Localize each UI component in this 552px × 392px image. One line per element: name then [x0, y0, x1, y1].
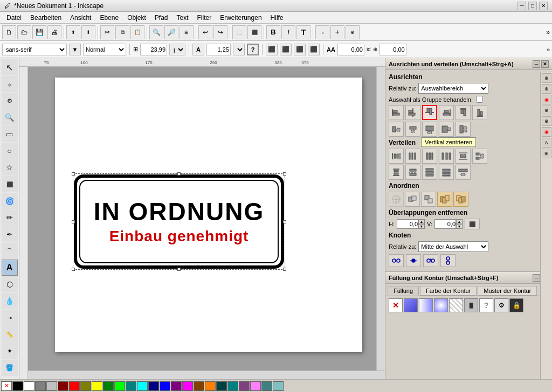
verteilen-btn5[interactable]	[456, 149, 471, 164]
align-2-btn2[interactable]	[405, 122, 420, 137]
fill-lock-button[interactable]: 🔒	[509, 298, 523, 312]
scrollbar-vertical[interactable]	[376, 67, 385, 370]
verteilen2-btn3[interactable]	[422, 165, 437, 180]
menu-erweiterungen[interactable]: Erweiterungen	[216, 13, 266, 23]
palette-violet[interactable]	[239, 381, 250, 391]
node-button[interactable]: ⬦	[315, 25, 329, 39]
canvas-content[interactable]: IN ORDNUNG Einbau genehmigt	[28, 67, 385, 370]
pencil-tool[interactable]: ✏	[2, 209, 18, 226]
panel-close-button[interactable]: ✕	[541, 60, 549, 68]
zoom-in-button[interactable]: 🔍	[149, 25, 163, 39]
palette-gray1[interactable]	[35, 381, 46, 391]
palette-darkblue[interactable]	[216, 381, 227, 391]
measure-tool[interactable]: 📏	[2, 326, 18, 342]
text-tool-button[interactable]: T	[296, 25, 310, 39]
palette-brown[interactable]	[194, 381, 204, 391]
palette-yellow[interactable]	[92, 381, 102, 391]
text-tool[interactable]: A	[2, 260, 18, 276]
v-spin-up[interactable]: ▲	[456, 219, 463, 224]
palette-purple[interactable]	[171, 381, 182, 391]
palette-red[interactable]	[69, 381, 80, 391]
verteilen2-btn2[interactable]	[405, 165, 420, 180]
new-button[interactable]: 🗋	[2, 25, 16, 39]
align-justify-button[interactable]: ⬛	[308, 44, 320, 55]
anordnen-btn1[interactable]	[389, 192, 404, 207]
menu-datei[interactable]: Datei	[2, 13, 26, 23]
rect-tool[interactable]: ▭	[2, 126, 18, 142]
palette-none[interactable]: ✕	[1, 381, 12, 391]
gradient-tool[interactable]: ⬡	[2, 276, 18, 292]
menu-ansicht[interactable]: Ansicht	[66, 13, 95, 23]
align-right-edge-button[interactable]	[439, 105, 454, 120]
knoten-btn3[interactable]	[423, 254, 438, 267]
zoom-tool[interactable]: 🔍	[2, 109, 18, 125]
print-button[interactable]: 🖨	[47, 25, 61, 39]
fill-panel-minimize[interactable]: ─	[533, 274, 540, 282]
rs-btn4[interactable]: ⊕	[542, 106, 551, 115]
overlap-apply-button[interactable]: ⬛	[465, 219, 480, 229]
calligraphy-tool[interactable]: ⌒	[2, 243, 18, 259]
fill-linear-button[interactable]	[419, 298, 433, 312]
id-input[interactable]	[380, 44, 406, 55]
verteilen-btn2[interactable]	[405, 149, 420, 164]
maximize-button[interactable]: □	[528, 2, 537, 10]
verteilen2-btn1[interactable]	[389, 165, 404, 180]
copy-button[interactable]: ⧉	[115, 25, 129, 39]
canvas-area[interactable]: 75 100 175 250 325 375 IN	[19, 58, 385, 379]
align-center-v-button[interactable]	[422, 105, 437, 120]
gruppe-checkbox[interactable]	[476, 96, 483, 103]
anordnen-btn4[interactable]	[437, 192, 452, 207]
verteilen-btn3[interactable]	[422, 149, 437, 164]
import-button[interactable]: ⬆	[66, 25, 80, 39]
fill-tab-stroke-pattern[interactable]: Muster der Kontur	[478, 286, 537, 296]
knoten-btn2[interactable]	[406, 254, 421, 267]
palette-black[interactable]	[12, 381, 23, 391]
palette-green[interactable]	[114, 381, 125, 391]
palette-blue[interactable]	[160, 381, 170, 391]
rs-btn8[interactable]: ⊞	[542, 149, 551, 158]
align-center-h-button[interactable]	[405, 105, 420, 120]
align-2-btn1[interactable]	[389, 122, 404, 137]
circle-tool[interactable]: ○	[2, 143, 18, 159]
selector-tool[interactable]: ↖	[2, 59, 18, 75]
palette-orange[interactable]	[205, 381, 216, 391]
cut-button[interactable]: ✂	[100, 25, 114, 39]
ungroup-button[interactable]: ⬛	[247, 25, 261, 39]
verteilen2-btn5[interactable]	[456, 165, 471, 180]
dropper-tool[interactable]: 💧	[2, 293, 18, 309]
v-input[interactable]	[434, 219, 456, 229]
size-unit-select[interactable]: px	[169, 44, 185, 55]
size-input[interactable]	[140, 44, 167, 55]
star-tool[interactable]: ☆	[2, 159, 18, 176]
redo-button[interactable]: ↪	[213, 25, 227, 39]
relativ-select[interactable]: Auswahlbereich	[418, 83, 488, 94]
help-button[interactable]: ?	[247, 44, 259, 55]
fill-tab-stroke-color[interactable]: Farbe der Kontur	[420, 286, 477, 296]
knoten-btn4[interactable]	[440, 254, 456, 267]
palette-navy[interactable]	[148, 381, 159, 391]
menu-pfad[interactable]: Pfad	[150, 13, 172, 23]
paint-bucket-tool[interactable]: 🪣	[2, 360, 18, 376]
spacing-unit[interactable]: px	[233, 44, 245, 55]
align-panel-header[interactable]: Ausrichten und verteilen (Umschalt+Strg+…	[385, 58, 552, 70]
knoten-btn1[interactable]	[389, 254, 404, 267]
pen-tool[interactable]: ✒	[2, 226, 18, 242]
rs-btn2[interactable]: ⊕	[542, 84, 551, 94]
save-button[interactable]: 💾	[32, 25, 46, 39]
rs-btn1[interactable]: ⊕	[542, 73, 551, 83]
connector-tool[interactable]: ⊸	[2, 310, 18, 326]
palette-magenta[interactable]	[182, 381, 193, 391]
font-select[interactable]: sans-serif	[2, 44, 67, 55]
verteilen-btn4[interactable]	[439, 149, 454, 164]
menu-filter[interactable]: Filter	[193, 13, 216, 23]
fill-tab-fill[interactable]: Füllung	[388, 286, 419, 296]
verteilen2-btn4[interactable]	[439, 165, 454, 180]
extra-button[interactable]: ⊕	[346, 25, 360, 39]
open-button[interactable]: 🗁	[17, 25, 31, 39]
fill-none-button[interactable]: ✕	[389, 298, 403, 312]
bold-button[interactable]: B	[266, 25, 280, 39]
rs-btn5[interactable]: ⊕	[542, 116, 551, 126]
verteilen-btn1[interactable]	[389, 149, 404, 164]
tweak-tool[interactable]: ⚙	[2, 93, 18, 109]
snap-button[interactable]: ✛	[330, 25, 344, 39]
